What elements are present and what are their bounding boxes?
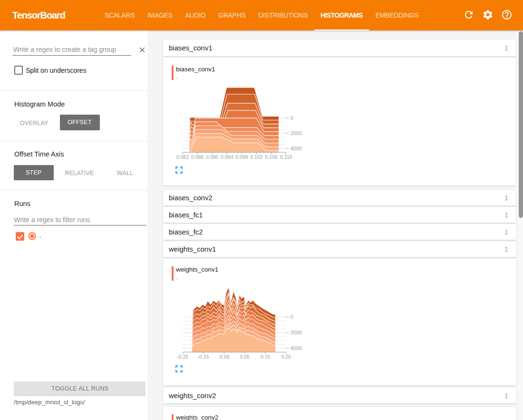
svg-text:0.05: 0.05	[240, 354, 250, 360]
svg-text:0.15: 0.15	[261, 354, 271, 360]
svg-text:4000: 4000	[291, 345, 302, 351]
svg-text:0.098: 0.098	[235, 154, 248, 160]
svg-text:-0.15: -0.15	[198, 354, 209, 360]
svg-text:4000: 4000	[291, 146, 302, 151]
svg-text:0.094: 0.094	[221, 154, 233, 160]
svg-text:0: 0	[291, 115, 293, 121]
svg-text:0.110: 0.110	[280, 154, 292, 160]
svg-text:2000: 2000	[291, 130, 302, 136]
svg-text:0.25: 0.25	[281, 354, 291, 360]
svg-text:-0.25: -0.25	[177, 354, 188, 360]
svg-text:2000: 2000	[291, 330, 302, 335]
svg-text:0.106: 0.106	[265, 154, 277, 160]
svg-text:0: 0	[291, 314, 293, 320]
svg-text:0.102: 0.102	[250, 154, 262, 160]
svg-text:0.086: 0.086	[191, 154, 203, 160]
svg-text:-0.05: -0.05	[218, 354, 230, 360]
svg-text:0.082: 0.082	[176, 154, 189, 160]
svg-text:0.090: 0.090	[206, 154, 218, 160]
